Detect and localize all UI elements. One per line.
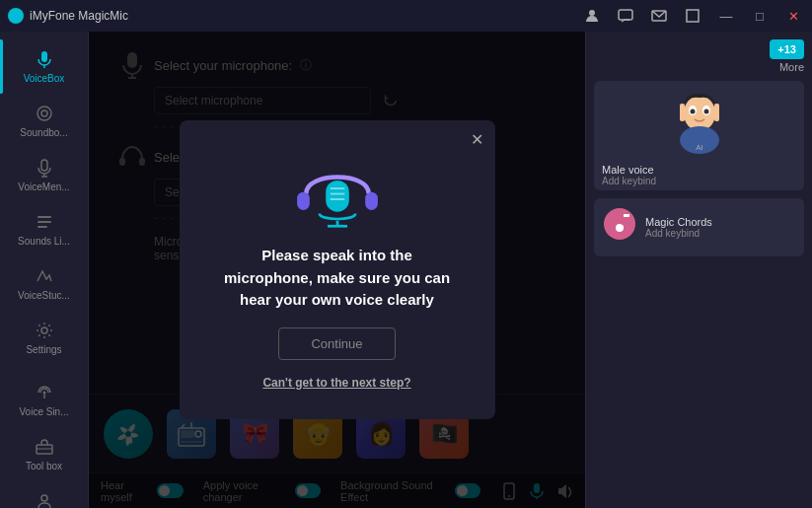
- right-panel: +13 More AI: [585, 32, 812, 508]
- svg-rect-3: [687, 10, 699, 22]
- male-voice-keybind: Add keybind: [602, 176, 796, 186]
- svg-point-49: [703, 109, 708, 114]
- modal-message: Please speak into the microphone, make s…: [219, 245, 456, 312]
- svg-point-44: [684, 96, 715, 131]
- sidebar-item-voicestudio[interactable]: VoiceStuc...: [0, 256, 88, 311]
- voicebox-icon: [35, 49, 54, 69]
- app-title: iMyFone MagicMic: [30, 9, 128, 23]
- app-icon: [8, 8, 24, 24]
- sidebar-voicemem-label: VoiceMen...: [18, 181, 69, 192]
- toolbox-icon: [35, 437, 54, 457]
- svg-rect-51: [714, 104, 719, 121]
- soundboard-icon: [35, 104, 54, 123]
- sidebar-voicebox-label: VoiceBox: [24, 73, 65, 84]
- voicestudio-icon: [35, 266, 54, 286]
- windows-btn[interactable]: [682, 5, 703, 27]
- content-row: Select your microphone: ⓘ Select microph…: [89, 32, 585, 394]
- modal-continue-btn[interactable]: Continue: [278, 327, 395, 360]
- svg-point-5: [37, 107, 51, 120]
- magic-chords-keybind: Add keybind: [645, 228, 712, 239]
- modal-illustration: [288, 150, 387, 229]
- svg-point-12: [41, 327, 47, 333]
- svg-rect-9: [37, 216, 51, 218]
- svg-rect-10: [37, 221, 51, 223]
- sidebar-voicesing-label: Voice Sin...: [19, 406, 68, 417]
- sidebar: VoiceBox Soundbo... VoiceMen...: [0, 32, 89, 508]
- sidebar-item-voicemem[interactable]: VoiceMen...: [0, 148, 88, 202]
- modal: ✕: [180, 120, 495, 419]
- sidebar-settings-label: Settings: [26, 344, 61, 355]
- magic-chords-info: Magic Chords Add keybind: [645, 216, 712, 239]
- sidebar-item-userrev[interactable]: User Rev...: [0, 481, 88, 508]
- voicemem-icon: [35, 158, 54, 178]
- svg-rect-11: [37, 226, 47, 228]
- sidebar-item-settings[interactable]: Settings: [0, 311, 88, 365]
- svg-point-17: [41, 495, 47, 501]
- sidebar-item-voicebox[interactable]: VoiceBox: [0, 39, 88, 94]
- male-voice-info: Male voice Add keybind: [594, 160, 804, 190]
- more-section: +13 More: [594, 39, 804, 73]
- svg-point-13: [42, 392, 45, 395]
- svg-rect-50: [680, 104, 685, 121]
- sidebar-item-soundslib[interactable]: Sounds Li...: [0, 202, 88, 256]
- magic-chords-card[interactable]: Magic Chords Add keybind: [594, 198, 804, 256]
- modal-close-btn[interactable]: ✕: [471, 132, 483, 148]
- title-bar-left: iMyFone MagicMic: [8, 8, 128, 24]
- svg-rect-1: [619, 10, 632, 20]
- magic-chords-name: Magic Chords: [645, 216, 712, 228]
- sidebar-voicestudio-label: VoiceStuc...: [18, 290, 70, 301]
- male-voice-image: AI: [594, 81, 804, 160]
- minimize-btn[interactable]: —: [715, 5, 737, 27]
- main-area: Select your microphone: ⓘ Select microph…: [89, 32, 585, 508]
- chat-btn[interactable]: [615, 5, 636, 27]
- magic-chords-icon: [602, 206, 637, 249]
- voicesing-icon: [35, 383, 54, 402]
- svg-rect-25: [365, 192, 378, 210]
- sidebar-toolbox-label: Tool box: [26, 461, 62, 472]
- user-btn[interactable]: [581, 5, 603, 27]
- sidebar-soundboard-label: Soundbo...: [20, 127, 67, 138]
- svg-rect-54: [624, 214, 629, 217]
- svg-point-0: [589, 10, 595, 16]
- sidebar-soundslib-label: Sounds Li...: [18, 236, 70, 247]
- mail-btn[interactable]: [648, 5, 670, 27]
- title-bar: iMyFone MagicMic — □ ✕: [0, 0, 812, 32]
- svg-text:AI: AI: [696, 143, 703, 152]
- sidebar-item-voicesing[interactable]: Voice Sin...: [0, 373, 88, 427]
- maximize-btn[interactable]: □: [749, 5, 771, 27]
- sidebar-item-toolbox[interactable]: Tool box: [0, 427, 88, 481]
- modal-overlay: ✕: [89, 32, 585, 508]
- close-btn[interactable]: ✕: [782, 5, 804, 27]
- sidebar-item-soundboard[interactable]: Soundbo...: [0, 94, 88, 148]
- svg-point-48: [690, 109, 695, 114]
- more-badge[interactable]: +13: [770, 39, 804, 59]
- modal-help-link[interactable]: Can't get to the next step?: [262, 376, 410, 390]
- svg-rect-24: [297, 192, 310, 210]
- app-container: VoiceBox Soundbo... VoiceMen...: [0, 32, 812, 508]
- settings-icon: [35, 321, 54, 340]
- svg-point-6: [41, 110, 47, 116]
- more-label: More: [779, 61, 804, 73]
- soundslib-icon: [35, 212, 54, 232]
- title-bar-controls: — □ ✕: [581, 5, 804, 27]
- male-voice-card[interactable]: AI Male voice Add keybind: [594, 81, 804, 190]
- male-voice-name: Male voice: [602, 164, 796, 176]
- userrev-icon: [35, 491, 54, 508]
- svg-rect-26: [326, 181, 349, 212]
